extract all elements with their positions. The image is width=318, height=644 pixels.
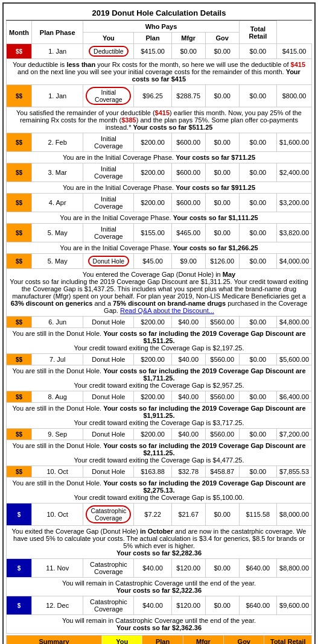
phase-cell: Catastrophic Coverage bbox=[83, 504, 134, 526]
phase-cell: Initial Coverage bbox=[83, 224, 134, 242]
phase-cell: Initial Coverage bbox=[83, 194, 134, 212]
gov-cell: $0.00 bbox=[239, 85, 276, 107]
total-cell: $4,800.00 bbox=[277, 317, 312, 328]
table-row: $$2. FebInitial Coverage$200.00$600.00$0… bbox=[7, 133, 312, 152]
month-cell: 10. Oct bbox=[31, 466, 83, 478]
plan-cell: $9.00 bbox=[171, 254, 205, 269]
total-cell: $2,400.00 bbox=[277, 163, 312, 182]
you-cell: $200.00 bbox=[134, 133, 171, 152]
plan-cell: $40.00 bbox=[171, 391, 205, 403]
total-cell: $3,200.00 bbox=[277, 194, 312, 212]
info-cell: You will remain in Catastrophic Coverage… bbox=[7, 578, 312, 596]
info-cell: Your deductible is less than your Rx cos… bbox=[7, 59, 312, 85]
info-cell: You satisfied the remainder of your dedu… bbox=[7, 107, 312, 133]
header-row: Month Plan Phase Who Pays Total Retail bbox=[7, 21, 312, 33]
gov-cell: $0.00 bbox=[239, 133, 276, 152]
you-cell: $45.00 bbox=[134, 254, 171, 269]
info-cell: You are in the Initial Coverage Phase. Y… bbox=[7, 182, 312, 194]
plan-cell: $32.78 bbox=[171, 466, 205, 478]
phase-cell: Donut Hole bbox=[83, 254, 134, 269]
info-cell: You will remain in Catastrophic Coverage… bbox=[7, 615, 312, 634]
gov-cell: $0.00 bbox=[239, 163, 276, 182]
mfgr-cell: $0.00 bbox=[205, 133, 239, 152]
who-pays-header: Who Pays bbox=[83, 21, 239, 33]
total-cell: $3,820.00 bbox=[277, 224, 312, 242]
plan-cell: $0.00 bbox=[171, 44, 205, 59]
gov-cell: $640.00 bbox=[239, 559, 276, 578]
plan-cell: $600.00 bbox=[171, 133, 205, 152]
total-cell: $7,855.53 bbox=[277, 466, 312, 478]
gov-cell: $0.00 bbox=[239, 224, 276, 242]
table-row: $$5. MayInitial Coverage$155.00$465.00$0… bbox=[7, 224, 312, 242]
gov-cell: $0.00 bbox=[239, 194, 276, 212]
info-cell: You are still in the Donut Hole. Your co… bbox=[7, 478, 312, 504]
table-row: $$4. AprInitial Coverage$200.00$600.00$0… bbox=[7, 194, 312, 212]
info-row: You will remain in Catastrophic Coverage… bbox=[7, 615, 312, 634]
gov-cell: $0.00 bbox=[239, 44, 276, 59]
gov-cell: $115.58 bbox=[239, 504, 276, 526]
info-cell: You are still in the Donut Hole. Your co… bbox=[7, 403, 312, 429]
phase-cell: Initial Coverage bbox=[83, 85, 134, 107]
table-row: $12. DecCatastrophic Coverage$40.00$120.… bbox=[7, 596, 312, 615]
table-row: $$6. JunDonut Hole$200.00$40.00$560.00$0… bbox=[7, 317, 312, 328]
plan-cell: $40.00 bbox=[171, 354, 205, 365]
table-row: $$1. JanDeductible$415.00$0.00$0.00$0.00… bbox=[7, 44, 312, 59]
mfgr-cell: $560.00 bbox=[205, 354, 239, 365]
table-row: $10. OctCatastrophic Coverage$7.22$21.67… bbox=[7, 504, 312, 526]
total-cell: $9,600.00 bbox=[277, 596, 312, 615]
phase-cell: Donut Hole bbox=[83, 354, 134, 365]
month-cell: 7. Jul bbox=[31, 354, 83, 365]
mfgr-cell: $458.87 bbox=[205, 466, 239, 478]
info-row: You will remain in Catastrophic Coverage… bbox=[7, 578, 312, 596]
month-cell: 6. Jun bbox=[31, 317, 83, 328]
mfgr-cell: $560.00 bbox=[205, 429, 239, 440]
info-row: You are in the Initial Coverage Phase. Y… bbox=[7, 242, 312, 254]
mfgr-cell: $126.00 bbox=[205, 254, 239, 269]
plan-cell: $600.00 bbox=[171, 163, 205, 182]
phase-header: Plan Phase bbox=[31, 21, 83, 44]
table-row: $$5. MayDonut Hole$45.00$9.00$126.00$0.0… bbox=[7, 254, 312, 269]
info-cell: You are in the Initial Coverage Phase. Y… bbox=[7, 212, 312, 224]
plan-cell: $40.00 bbox=[171, 317, 205, 328]
plan-header: Plan bbox=[134, 33, 171, 44]
month-badge: $$ bbox=[7, 224, 32, 242]
gov-cell: $0.00 bbox=[239, 391, 276, 403]
info-row: You are in the Initial Coverage Phase. Y… bbox=[7, 212, 312, 224]
month-badge: $$ bbox=[7, 85, 32, 107]
total-cell: $415.00 bbox=[277, 44, 312, 59]
gov-cell: $640.00 bbox=[239, 596, 276, 615]
info-row: You satisfied the remainder of your dedu… bbox=[7, 107, 312, 133]
month-cell: 1. Jan bbox=[31, 44, 83, 59]
gov-cell: $0.00 bbox=[239, 466, 276, 478]
gov-header: Gov bbox=[205, 33, 239, 44]
month-badge: $$ bbox=[7, 133, 32, 152]
total-cell: $4,000.00 bbox=[277, 254, 312, 269]
gov-cell: $0.00 bbox=[239, 429, 276, 440]
info-row: You are still in the Donut Hole. Your co… bbox=[7, 328, 312, 354]
mfgr-cell: $0.00 bbox=[205, 44, 239, 59]
summary-table: Summary You Plan Mfgr Gov Total Retail T… bbox=[6, 635, 312, 644]
gov-cell: $0.00 bbox=[239, 254, 276, 269]
month-badge: $ bbox=[7, 596, 32, 615]
gov-cell: $0.00 bbox=[239, 354, 276, 365]
info-cell: You are still in the Donut Hole. Your co… bbox=[7, 365, 312, 391]
info-row: Your deductible is less than your Rx cos… bbox=[7, 59, 312, 85]
info-row: You are in the Initial Coverage Phase. Y… bbox=[7, 182, 312, 194]
info-row: You entered the Coverage Gap (Donut Hole… bbox=[7, 269, 312, 317]
mfgr-cell: $0.00 bbox=[205, 224, 239, 242]
month-header: Month bbox=[7, 21, 32, 44]
month-badge: $$ bbox=[7, 44, 32, 59]
info-row: You are still in the Donut Hole. Your co… bbox=[7, 440, 312, 466]
phase-cell: Catastrophic Coverage bbox=[83, 559, 134, 578]
you-cell: $155.00 bbox=[134, 224, 171, 242]
month-badge: $$ bbox=[7, 254, 32, 269]
summary-header-row: Summary You Plan Mfgr Gov Total Retail bbox=[7, 636, 312, 645]
phase-cell: Deductible bbox=[83, 44, 134, 59]
month-cell: 3. Mar bbox=[31, 163, 83, 182]
main-container: 2019 Donut Hole Calculation Details Mont… bbox=[2, 2, 316, 644]
plan-cell: $21.67 bbox=[171, 504, 205, 526]
month-badge: $$ bbox=[7, 194, 32, 212]
table-row: $$8. AugDonut Hole$200.00$40.00$560.00$0… bbox=[7, 391, 312, 403]
total-cell: $7,200.00 bbox=[277, 429, 312, 440]
info-cell: You are still in the Donut Hole. Your co… bbox=[7, 440, 312, 466]
